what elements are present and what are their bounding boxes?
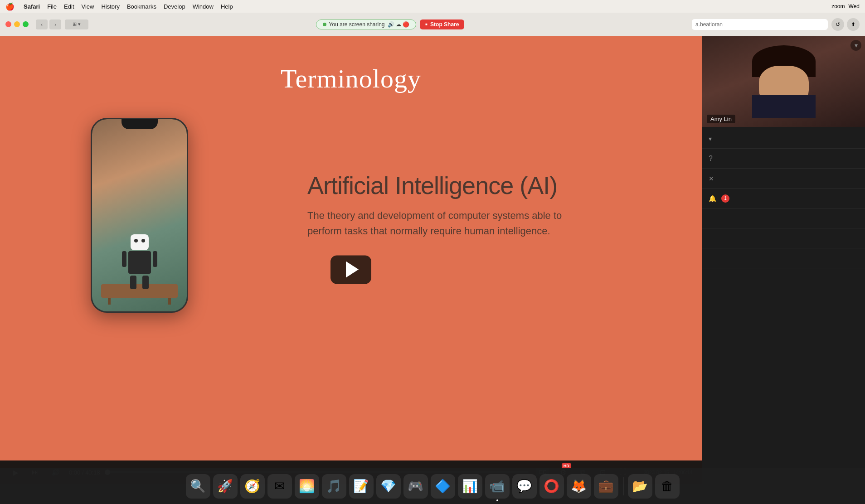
dock-zoom[interactable]: 📹 [485, 474, 510, 499]
sidebar-controls: ▾ [850, 40, 861, 51]
slide-content: Terminology [0, 36, 702, 460]
zoom-panel-row-notification[interactable]: 🔔 1 [702, 189, 865, 208]
dock-separator [623, 477, 623, 495]
browser-chrome: ‹ › ⊞ ▾ You are screen sharing 🔊 ☁ 🔴 Sto… [0, 13, 865, 36]
main-area: Terminology [0, 36, 865, 484]
dock-mail[interactable]: ✉ [267, 474, 292, 499]
browser-right-controls: ↺ ⬆ [831, 18, 860, 31]
notification-icon: 🔔 [709, 195, 721, 202]
sharing-status-dot [323, 23, 326, 26]
refresh-button[interactable]: ↺ [831, 18, 844, 31]
dock-photos[interactable]: 🌅 [295, 474, 319, 499]
address-bar[interactable]: a.beatioran [692, 19, 828, 30]
zoom-panel-row-empty1 [702, 208, 865, 228]
dock-trash[interactable]: 🗑 [655, 474, 680, 499]
notification-badge: 1 [721, 194, 729, 203]
audio-icons: 🔊 ☁ 🔴 [388, 21, 410, 28]
ai-title: Artificial Intelligence (AI) [307, 172, 588, 199]
zoom-sidebar: Amy Lin ▾ ▾ ? ✕ 🔔 1 [702, 36, 865, 484]
menubar-clock: Wed [849, 3, 860, 10]
robot-leg-right [142, 276, 149, 289]
face-area [752, 45, 816, 118]
zoom-panel-row-question[interactable]: ? [702, 149, 865, 169]
close-window-button[interactable] [5, 21, 11, 27]
view-menu[interactable]: View [82, 3, 94, 10]
develop-menu[interactable]: Develop [164, 3, 185, 10]
back-button[interactable]: ‹ [36, 19, 48, 29]
robot-head [131, 234, 149, 250]
question-icon: ? [709, 155, 721, 163]
zoom-notification: You are screen sharing 🔊 ☁ 🔴 Stop Share [92, 19, 688, 29]
nav-buttons: ‹ › [36, 19, 61, 29]
dock-pages[interactable]: 📝 [349, 474, 374, 499]
robot-arm-right [153, 251, 157, 267]
apple-menu[interactable]: 🍎 [5, 2, 15, 11]
robot-body [128, 251, 151, 274]
zoom-panel-items: ▾ ? ✕ 🔔 1 [702, 127, 865, 290]
phone-frame [91, 118, 188, 313]
edit-menu[interactable]: Edit [64, 3, 74, 10]
share-button[interactable]: ⬆ [847, 18, 860, 31]
dock-firefox[interactable]: 🦊 [567, 474, 591, 499]
dock-chrome[interactable]: ⭕ [539, 474, 564, 499]
close-icon: ✕ [709, 175, 721, 182]
shirt [752, 95, 816, 118]
zoom-panel-row-empty2 [702, 228, 865, 248]
help-menu[interactable]: Help [221, 3, 233, 10]
menubar-right: zoom Wed [831, 3, 860, 10]
forward-button[interactable]: › [49, 19, 61, 29]
sidebar-chevron-button[interactable]: ▾ [850, 40, 861, 51]
safari-menu[interactable]: Safari [24, 3, 40, 10]
youtube-play-button[interactable] [330, 255, 371, 284]
dock-word[interactable]: 🔷 [431, 474, 455, 499]
chevron-down-icon: ▾ [709, 135, 721, 142]
maximize-window-button[interactable] [23, 21, 29, 27]
ai-description: The theory and development of computer s… [307, 208, 588, 239]
robot-eye-left [134, 239, 138, 242]
ai-content: Artificial Intelligence (AI) The theory … [307, 172, 588, 239]
dock-arcade[interactable]: 🎮 [403, 474, 428, 499]
dock-safari[interactable]: 🧭 [240, 474, 265, 499]
robot-figure [121, 234, 158, 289]
address-text: a.beatioran [695, 21, 723, 28]
phone-screen [92, 119, 187, 311]
robot-eye-right [141, 239, 145, 242]
dock: 🔍 🚀 🧭 ✉ 🌅 🎵 📝 💎 🎮 🔷 📊 📹 💬 ⭕ 🦊 💼 📂 🗑 [0, 468, 865, 504]
dock-excel[interactable]: 📊 [458, 474, 482, 499]
dock-messages[interactable]: 💬 [512, 474, 537, 499]
robot-legs [121, 275, 158, 292]
participant-video: Amy Lin ▾ [702, 36, 865, 127]
dock-music[interactable]: 🎵 [322, 474, 346, 499]
history-menu[interactable]: History [101, 3, 119, 10]
menubar: 🍎 Safari File Edit View History Bookmark… [0, 0, 865, 13]
video-play-overlay[interactable] [330, 255, 371, 284]
traffic-lights [5, 21, 29, 27]
phone-mockup [91, 118, 188, 313]
file-menu[interactable]: File [47, 3, 57, 10]
zoom-panel-row-close[interactable]: ✕ [702, 169, 865, 189]
stop-share-button[interactable]: Stop Share [420, 19, 464, 29]
screen-sharing-text: You are screen sharing [329, 21, 385, 28]
minimize-window-button[interactable] [14, 21, 20, 27]
dock-finder[interactable]: 🔍 [186, 474, 210, 499]
dock-launchpad[interactable]: 🚀 [213, 474, 238, 499]
robot-leg-left [130, 276, 136, 289]
zoom-panel-row-empty3 [702, 248, 865, 268]
robot-arm-left [122, 251, 126, 267]
bookmarks-menu[interactable]: Bookmarks [127, 3, 156, 10]
slide-title: Terminology [0, 63, 702, 94]
dock-slack[interactable]: 💼 [594, 474, 618, 499]
window-menu[interactable]: Window [193, 3, 214, 10]
screen-sharing-badge: You are screen sharing 🔊 ☁ 🔴 [316, 19, 417, 29]
dock-sketch[interactable]: 💎 [376, 474, 401, 499]
phone-notch [121, 119, 158, 129]
zoom-panel-row-empty4 [702, 268, 865, 288]
view-toggle-button[interactable]: ⊞ ▾ [65, 19, 88, 29]
menubar-zoom-icon: zoom [831, 3, 845, 10]
participant-name-label: Amy Lin [707, 115, 735, 123]
participant-face [702, 36, 865, 127]
dock-files[interactable]: 📂 [628, 474, 652, 499]
zoom-panel-row-chevron[interactable]: ▾ [702, 129, 865, 149]
presentation-area: Terminology [0, 36, 702, 484]
